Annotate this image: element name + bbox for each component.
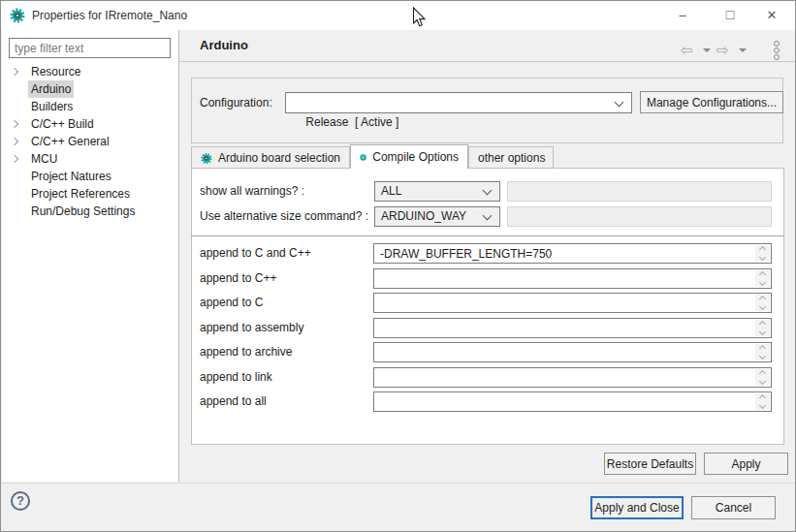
sidebar-item-mcu[interactable]: MCU — [1, 150, 178, 168]
append-link-field-wrap — [373, 367, 772, 388]
sidebar-item-label: Project Natures — [28, 168, 114, 185]
field-scroll-buttons[interactable] — [755, 393, 770, 410]
gear-icon — [360, 151, 366, 164]
append-link-label: append to link — [200, 367, 272, 388]
scroll-up-icon — [759, 271, 766, 278]
sidebar-item-arduino[interactable]: Arduino — [1, 80, 178, 98]
app-gear-icon — [10, 8, 25, 23]
scroll-up-icon — [759, 296, 766, 302]
show-all-warnings-label: show all warnings? : — [200, 181, 304, 202]
apply-button[interactable]: Apply — [704, 453, 788, 475]
alternative-size-command-select[interactable]: ARDUINO_WAY — [374, 206, 500, 227]
append-cpp-label: append to C++ — [200, 268, 276, 289]
chevron-down-icon — [615, 98, 624, 108]
select-value: ALL — [381, 184, 401, 198]
append-archive-input[interactable] — [374, 343, 771, 361]
scroll-down-icon — [759, 378, 766, 385]
manage-configurations-button[interactable]: Manage Configurations... — [640, 91, 783, 113]
append-cpp-input[interactable] — [374, 269, 771, 288]
configuration-label: Configuration: — [200, 92, 272, 113]
alternative-size-command-extra-field — [507, 206, 772, 227]
configuration-select[interactable]: Release [ Active ] — [285, 92, 632, 113]
header-divider — [179, 61, 796, 62]
title-bar[interactable]: Properties for IRremote_Nano – □ ✕ — [1, 1, 795, 30]
view-menu-icon[interactable] — [774, 41, 780, 61]
sidebar-item-label: C/C++ General — [28, 133, 112, 150]
tab-label: Compile Options — [372, 150, 459, 164]
restore-defaults-button[interactable]: Restore Defaults — [604, 453, 696, 475]
window-title: Properties for IRremote_Nano — [32, 1, 187, 30]
sidebar-item-resource[interactable]: Resource — [1, 63, 178, 80]
append-link-input[interactable] — [374, 368, 771, 387]
page-title: Arduino — [200, 30, 248, 61]
apply-and-close-button[interactable]: Apply and Close — [590, 496, 684, 519]
field-scroll-buttons[interactable] — [755, 369, 770, 386]
append-all-input[interactable] — [374, 392, 771, 411]
scroll-up-icon — [759, 370, 766, 377]
gear-icon — [201, 152, 212, 165]
select-value: ARDUINO_WAY — [381, 209, 466, 223]
expand-chevron-icon[interactable] — [11, 155, 18, 163]
append-assembly-label: append to assembly — [200, 318, 303, 338]
scroll-down-icon — [759, 303, 766, 310]
field-scroll-buttons[interactable] — [755, 344, 770, 360]
append-c-and-cpp-input[interactable] — [374, 244, 771, 263]
tab-arduino-board-selection[interactable]: Arduino board selection — [191, 146, 350, 169]
tab-label: Arduino board selection — [218, 151, 340, 165]
cancel-button[interactable]: Cancel — [691, 496, 776, 519]
mouse-cursor-icon — [412, 7, 427, 28]
append-c-and-cpp-field-wrap — [373, 243, 772, 264]
sidebar-item-label: Resource — [28, 63, 83, 80]
append-assembly-input[interactable] — [374, 319, 771, 337]
filter-input[interactable] — [9, 38, 171, 58]
chevron-down-icon — [483, 186, 493, 196]
field-scroll-buttons[interactable] — [755, 295, 770, 311]
back-menu-chevron-icon[interactable] — [703, 48, 711, 52]
alternative-size-command-label: Use alternative size command? : — [200, 206, 368, 227]
sidebar-item-project-references[interactable]: Project References — [1, 185, 178, 203]
scroll-up-icon — [759, 246, 766, 253]
section-divider — [191, 235, 784, 236]
sidebar-item-label: Builders — [28, 98, 76, 115]
configuration-value: Release [ Active ] — [305, 115, 398, 129]
append-archive-label: append to archive — [200, 342, 292, 362]
scroll-up-icon — [759, 394, 766, 401]
append-c-and-cpp-label: append to C and C++ — [200, 243, 311, 264]
append-all-field-wrap — [373, 391, 772, 412]
field-scroll-buttons[interactable] — [755, 270, 770, 287]
sidebar-item-cpp-general[interactable]: C/C++ General — [1, 133, 178, 150]
back-icon[interactable]: ⇦ — [681, 40, 693, 61]
expand-chevron-icon[interactable] — [11, 68, 18, 76]
append-c-input[interactable] — [374, 294, 771, 312]
footer-divider — [1, 483, 795, 484]
minimize-button[interactable]: – — [666, 1, 699, 29]
tab-compile-options[interactable]: Compile Options — [350, 144, 468, 169]
sidebar-item-label: MCU — [28, 150, 60, 168]
sidebar-item-project-natures[interactable]: Project Natures — [1, 168, 178, 185]
sidebar-item-builders[interactable]: Builders — [1, 98, 178, 115]
sidebar-item-cpp-build[interactable]: C/C++ Build — [1, 115, 178, 133]
help-icon[interactable]: ? — [11, 491, 30, 511]
sidebar-item-run-debug-settings[interactable]: Run/Debug Settings — [1, 203, 178, 220]
tab-label: other options — [478, 151, 545, 165]
sidebar-item-label: C/C++ Build — [28, 115, 97, 133]
chevron-down-icon — [483, 211, 493, 221]
append-archive-field-wrap — [373, 342, 772, 362]
expand-chevron-icon[interactable] — [11, 120, 18, 128]
field-scroll-buttons[interactable] — [755, 245, 770, 262]
tab-other-options[interactable]: other options — [468, 146, 554, 169]
append-c-label: append to C — [200, 293, 263, 313]
scroll-down-icon — [759, 254, 766, 261]
field-scroll-buttons[interactable] — [755, 320, 770, 336]
scroll-down-icon — [759, 353, 766, 360]
forward-icon[interactable]: ⇨ — [716, 40, 729, 61]
maximize-button[interactable]: □ — [714, 1, 747, 29]
expand-chevron-icon[interactable] — [11, 138, 18, 145]
show-all-warnings-select[interactable]: ALL — [374, 181, 500, 202]
sidebar-item-label: Project References — [28, 185, 133, 203]
panel-divider[interactable] — [178, 30, 179, 483]
forward-menu-chevron-icon[interactable] — [739, 48, 747, 52]
close-button[interactable]: ✕ — [755, 1, 788, 29]
show-all-warnings-extra-field — [507, 181, 772, 202]
sidebar-item-label: Arduino — [28, 80, 74, 98]
